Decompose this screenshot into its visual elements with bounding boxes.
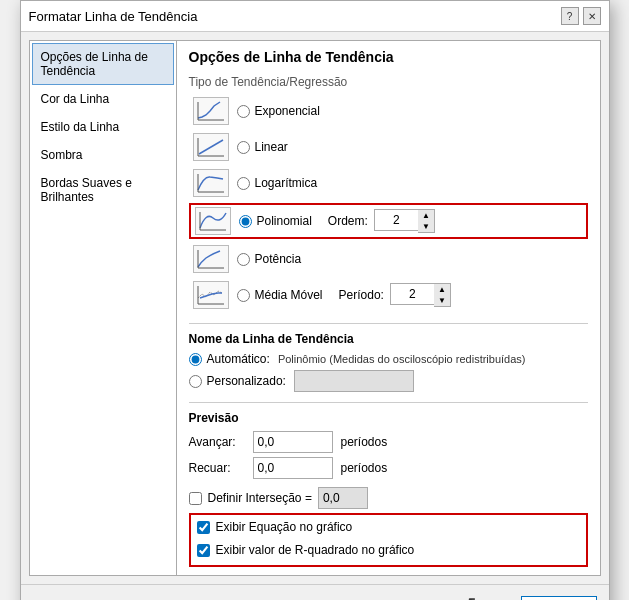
dialog-title: Formatar Linha de Tendência (29, 9, 198, 24)
trend-icon-power (193, 245, 229, 273)
trend-row-logarithmic: Logarítmica (189, 167, 588, 199)
trend-icon-linear (193, 133, 229, 161)
period-group: Período: ▲ ▼ (339, 283, 451, 307)
backward-label: Recuar: (189, 461, 245, 475)
radio-polynomial-text: Polinomial (257, 214, 312, 228)
radio-logarithmic[interactable] (237, 177, 250, 190)
auto-name-row: Automático: Polinômio (Medidas do oscilo… (189, 352, 588, 366)
order-spinner-buttons: ▲ ▼ (418, 209, 435, 233)
order-down-button[interactable]: ▼ (418, 221, 434, 232)
trend-icon-exponential (193, 97, 229, 125)
show-rsquared-label: Exibir valor de R-quadrado no gráfico (216, 543, 415, 557)
show-equation-checkbox[interactable] (197, 521, 210, 534)
divider-1 (189, 323, 588, 324)
sidebar-item-shadow[interactable]: Sombra (32, 141, 174, 169)
radio-linear[interactable] (237, 141, 250, 154)
radio-auto-label[interactable]: Automático: (189, 352, 270, 366)
radio-logarithmic-label[interactable]: Logarítmica (237, 176, 318, 190)
radio-exponential-label[interactable]: Exponencial (237, 104, 320, 118)
radio-custom-label[interactable]: Personalizado: (189, 374, 286, 388)
radio-exponential-text: Exponencial (255, 104, 320, 118)
intercept-input[interactable] (318, 487, 368, 509)
radio-polynomial-label[interactable]: Polinomial (239, 214, 312, 228)
custom-name-input[interactable] (294, 370, 414, 392)
highlighted-checkboxes: Exibir Equação no gráfico Exibir valor d… (189, 513, 588, 567)
forward-periods-label: períodos (341, 435, 388, 449)
custom-name-row: Personalizado: (189, 370, 588, 392)
forward-row: Avançar: períodos (189, 431, 588, 453)
period-down-button[interactable]: ▼ (434, 295, 450, 306)
radio-moving-average-text: Média Móvel (255, 288, 323, 302)
intercept-checkbox[interactable] (189, 492, 202, 505)
order-group: Ordem: ▲ ▼ (328, 209, 435, 233)
sidebar: Opções de Linha de Tendência Cor da Linh… (29, 40, 177, 576)
format-trendline-dialog: Formatar Linha de Tendência ? ✕ Opções d… (20, 0, 610, 600)
radio-power[interactable] (237, 253, 250, 266)
show-equation-row: Exibir Equação no gráfico (197, 519, 580, 535)
forecast-section-title: Previsão (189, 411, 588, 425)
svg-line-2 (199, 140, 223, 154)
show-rsquared-row: Exibir valor de R-quadrado no gráfico (197, 542, 580, 558)
trend-icon-polynomial (195, 207, 231, 235)
sidebar-item-soft-edges[interactable]: Bordas Suaves e Brilhantes (32, 169, 174, 211)
intercept-label: Definir Interseção = (208, 491, 312, 505)
radio-auto-text: Automático: (207, 352, 270, 366)
radio-custom[interactable] (189, 375, 202, 388)
radio-exponential[interactable] (237, 105, 250, 118)
show-rsquared-checkbox[interactable] (197, 544, 210, 557)
trend-row-moving-average: Média Móvel Período: ▲ ▼ (189, 279, 588, 311)
radio-moving-average[interactable] (237, 289, 250, 302)
show-equation-label: Exibir Equação no gráfico (216, 520, 353, 534)
name-section: Nome da Linha de Tendência Automático: P… (189, 332, 588, 392)
radio-moving-average-label[interactable]: Média Móvel (237, 288, 323, 302)
forward-input[interactable] (253, 431, 333, 453)
radio-power-label[interactable]: Potência (237, 252, 302, 266)
period-input[interactable] (390, 283, 434, 305)
backward-row: Recuar: períodos (189, 457, 588, 479)
radio-logarithmic-text: Logarítmica (255, 176, 318, 190)
divider-2 (189, 402, 588, 403)
forecast-section: Previsão Avançar: períodos Recuar: perío… (189, 411, 588, 479)
radio-linear-text: Linear (255, 140, 288, 154)
backward-periods-label: períodos (341, 461, 388, 475)
main-title: Opções de Linha de Tendência (189, 49, 588, 65)
period-up-button[interactable]: ▲ (434, 284, 450, 295)
radio-polynomial[interactable] (239, 215, 252, 228)
sidebar-item-trendline-options[interactable]: Opções de Linha de Tendência (32, 43, 174, 85)
trend-options: Exponencial (189, 95, 588, 311)
trend-row-power: Potência (189, 243, 588, 275)
period-label: Período: (339, 288, 384, 302)
sidebar-item-line-color[interactable]: Cor da Linha (32, 85, 174, 113)
radio-auto[interactable] (189, 353, 202, 366)
dialog-body: Opções de Linha de Tendência Cor da Linh… (21, 32, 609, 584)
trend-row-polynomial: Polinomial Ordem: ▲ ▼ (189, 203, 588, 239)
forward-label: Avançar: (189, 435, 245, 449)
sidebar-item-line-style[interactable]: Estilo da Linha (32, 113, 174, 141)
trend-row-exponential: Exponencial (189, 95, 588, 127)
main-content: Opções de Linha de Tendência Tipo de Ten… (177, 40, 601, 576)
trend-row-linear: Linear (189, 131, 588, 163)
regression-section-label: Tipo de Tendência/Regressão (189, 75, 588, 89)
name-section-title: Nome da Linha de Tendência (189, 332, 588, 346)
title-bar: Formatar Linha de Tendência ? ✕ (21, 1, 609, 32)
period-spinner-buttons: ▲ ▼ (434, 283, 451, 307)
close-button[interactable]: ✕ (583, 7, 601, 25)
title-bar-buttons: ? ✕ (561, 7, 601, 25)
close-button[interactable]: Fechar (521, 596, 596, 600)
auto-name-value: Polinômio (Medidas do osciloscópio redis… (278, 353, 526, 365)
radio-custom-text: Personalizado: (207, 374, 286, 388)
radio-power-text: Potência (255, 252, 302, 266)
order-label: Ordem: (328, 214, 368, 228)
radio-linear-label[interactable]: Linear (237, 140, 288, 154)
intercept-row: Definir Interseção = (189, 487, 588, 509)
backward-input[interactable] (253, 457, 333, 479)
order-input[interactable] (374, 209, 418, 231)
cursor-area: ↖ (33, 591, 514, 600)
trend-icon-moving-average (193, 281, 229, 309)
order-up-button[interactable]: ▲ (418, 210, 434, 221)
footer: ↖ Fechar (21, 584, 609, 600)
cursor-icon: ↖ (466, 591, 483, 600)
trend-icon-logarithmic (193, 169, 229, 197)
help-button[interactable]: ? (561, 7, 579, 25)
